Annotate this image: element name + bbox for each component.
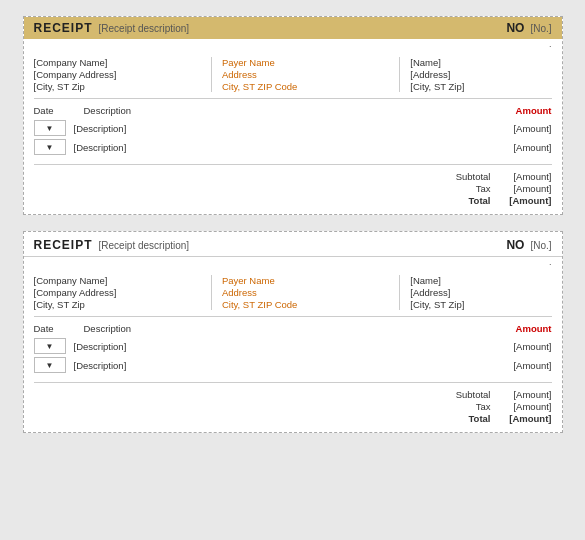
totals-section-1: Subtotal [Amount] Tax [Amount] Total [Am…: [34, 169, 552, 206]
item-desc-1-1: [Description]: [74, 123, 492, 134]
total-value-1: [Amount]: [497, 195, 552, 206]
total-row-2: Total [Amount]: [441, 413, 552, 424]
subtotal-value-1: [Amount]: [497, 171, 552, 182]
company-col-2: [Company Name] [Company Address] [City, …: [34, 275, 212, 310]
receipt-title-2: RECEIPT: [34, 238, 93, 252]
payer-address-label-2: Address: [222, 287, 391, 298]
company-name-1: [Company Name]: [34, 57, 203, 68]
item-date-box-2-2[interactable]: ▼: [34, 357, 66, 373]
payer-city-label-1: City, ST ZIP Code: [222, 81, 391, 92]
receipt-header-right-1: NO [No.]: [506, 21, 551, 35]
tax-row-2: Tax [Amount]: [441, 401, 552, 412]
receipt-no-val-1: [No.]: [530, 23, 551, 34]
item-desc-2-1: [Description]: [74, 341, 492, 352]
payer-address-label-1: Address: [222, 69, 391, 80]
items-header-2: Date Description Amount: [34, 323, 552, 334]
items-section-2: Date Description Amount ▼ [Description] …: [34, 323, 552, 383]
subtotal-value-2: [Amount]: [497, 389, 552, 400]
receipt-dot-1: .: [24, 39, 562, 49]
company-address-2: [Company Address]: [34, 287, 203, 298]
receipt-no-label-1: NO: [506, 21, 524, 35]
item-amount-2-1: [Amount]: [492, 341, 552, 352]
col-date-header-1: Date: [34, 105, 84, 116]
receipt-header-1: RECEIPT [Receipt description] NO [No.]: [24, 17, 562, 39]
total-label-2: Total: [441, 413, 491, 424]
item-amount-2-2: [Amount]: [492, 360, 552, 371]
receipt-no-label-2: NO: [506, 238, 524, 252]
name-name-1: [Name]: [410, 57, 551, 68]
receipt-no-val-2: [No.]: [530, 240, 551, 251]
item-row-1-1: ▼ [Description] [Amount]: [34, 120, 552, 136]
totals-section-2: Subtotal [Amount] Tax [Amount] Total [Am…: [34, 387, 552, 424]
receipt-header-left-1: RECEIPT [Receipt description]: [34, 21, 190, 35]
company-city-2: [City, ST Zip: [34, 299, 203, 310]
item-date-box-2-1[interactable]: ▼: [34, 338, 66, 354]
receipt-card-1: RECEIPT [Receipt description] NO [No.] .…: [23, 16, 563, 215]
tax-value-1: [Amount]: [497, 183, 552, 194]
item-date-box-1-1[interactable]: ▼: [34, 120, 66, 136]
subtotal-row-2: Subtotal [Amount]: [441, 389, 552, 400]
payer-name-label-1: Payer Name: [222, 57, 391, 68]
name-city-1: [City, ST Zip]: [410, 81, 551, 92]
col-desc-header-2: Description: [84, 323, 516, 334]
item-amount-1-1: [Amount]: [492, 123, 552, 134]
name-name-2: [Name]: [410, 275, 551, 286]
name-city-2: [City, ST Zip]: [410, 299, 551, 310]
name-col-2: [Name] [Address] [City, ST Zip]: [400, 275, 551, 310]
receipt-desc-2: [Receipt description]: [99, 240, 190, 251]
receipt-desc-1: [Receipt description]: [99, 23, 190, 34]
info-row-2: [Company Name] [Company Address] [City, …: [34, 275, 552, 317]
receipt-header-left-2: RECEIPT [Receipt description]: [34, 238, 190, 252]
item-row-2-2: ▼ [Description] [Amount]: [34, 357, 552, 373]
tax-row-1: Tax [Amount]: [441, 183, 552, 194]
item-row-2-1: ▼ [Description] [Amount]: [34, 338, 552, 354]
company-address-1: [Company Address]: [34, 69, 203, 80]
name-address-2: [Address]: [410, 287, 551, 298]
receipt-card-2: RECEIPT [Receipt description] NO [No.] .…: [23, 231, 563, 433]
tax-label-1: Tax: [441, 183, 491, 194]
info-row-1: [Company Name] [Company Address] [City, …: [34, 57, 552, 99]
tax-label-2: Tax: [441, 401, 491, 412]
receipt-title-1: RECEIPT: [34, 21, 93, 35]
col-amount-header-1: Amount: [516, 105, 552, 116]
subtotal-label-2: Subtotal: [441, 389, 491, 400]
subtotal-row-1: Subtotal [Amount]: [441, 171, 552, 182]
item-amount-1-2: [Amount]: [492, 142, 552, 153]
payer-col-2: Payer Name Address City, ST ZIP Code: [212, 275, 400, 310]
subtotal-label-1: Subtotal: [441, 171, 491, 182]
items-header-1: Date Description Amount: [34, 105, 552, 116]
company-name-2: [Company Name]: [34, 275, 203, 286]
receipt-header-right-2: NO [No.]: [506, 238, 551, 252]
col-desc-header-1: Description: [84, 105, 516, 116]
item-row-1-2: ▼ [Description] [Amount]: [34, 139, 552, 155]
receipt-body-2: [Company Name] [Company Address] [City, …: [24, 267, 562, 432]
item-desc-2-2: [Description]: [74, 360, 492, 371]
col-date-header-2: Date: [34, 323, 84, 334]
total-label-1: Total: [441, 195, 491, 206]
company-city-1: [City, ST Zip: [34, 81, 203, 92]
total-row-1: Total [Amount]: [441, 195, 552, 206]
name-address-1: [Address]: [410, 69, 551, 80]
total-value-2: [Amount]: [497, 413, 552, 424]
name-col-1: [Name] [Address] [City, ST Zip]: [400, 57, 551, 92]
receipt-header-2: RECEIPT [Receipt description] NO [No.]: [24, 232, 562, 257]
col-amount-header-2: Amount: [516, 323, 552, 334]
item-desc-1-2: [Description]: [74, 142, 492, 153]
items-section-1: Date Description Amount ▼ [Description] …: [34, 105, 552, 165]
payer-name-label-2: Payer Name: [222, 275, 391, 286]
receipt-dot-2: .: [24, 257, 562, 267]
tax-value-2: [Amount]: [497, 401, 552, 412]
company-col-1: [Company Name] [Company Address] [City, …: [34, 57, 212, 92]
payer-city-label-2: City, ST ZIP Code: [222, 299, 391, 310]
receipt-body-1: [Company Name] [Company Address] [City, …: [24, 49, 562, 214]
item-date-box-1-2[interactable]: ▼: [34, 139, 66, 155]
payer-col-1: Payer Name Address City, ST ZIP Code: [212, 57, 400, 92]
